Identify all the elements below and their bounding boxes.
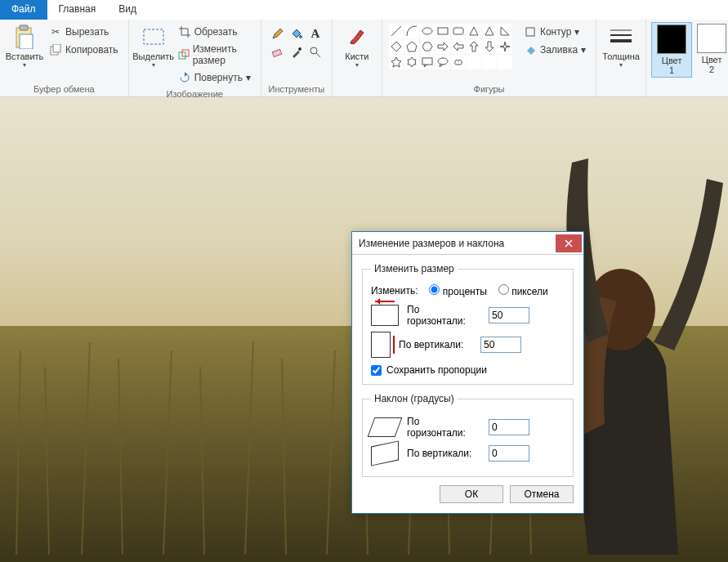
crop-icon [178,25,191,38]
skew-horizontal-icon [371,417,399,437]
tab-home[interactable]: Главная [47,0,108,20]
color-picker-tool[interactable] [288,44,305,60]
eraser-tool[interactable] [270,44,286,60]
shape-more[interactable] [498,55,512,69]
brush-icon [344,24,370,50]
shape-roundrect[interactable] [451,24,466,38]
shape-callout-oval[interactable] [435,55,450,69]
chevron-down-icon: ▾ [619,61,623,69]
cancel-button[interactable]: Отмена [510,485,574,503]
crop-button[interactable]: Обрезать [175,24,254,40]
color1-swatch [657,25,686,54]
radio-percent[interactable]: проценты [429,284,486,297]
group-image: Выделить ▾ Обрезать Изменить размер Пове… [129,20,261,96]
shape-rect[interactable] [435,24,450,38]
shape-oval[interactable] [420,24,435,38]
color1-button[interactable]: Цвет 1 [651,22,692,78]
skew-vertical-input[interactable] [489,445,529,462]
group-label-shapes: Фигуры [387,83,591,96]
shape-polygon[interactable] [467,24,481,38]
chevron-down-icon: ▾ [152,61,155,69]
resize-fieldset: Изменить размер Изменить: проценты пиксе… [362,263,574,385]
select-button[interactable]: Выделить ▾ [134,22,173,70]
dialog-titlebar[interactable]: Изменение размеров и наклона [352,232,583,255]
group-tools: A Инструменты [261,20,333,96]
color2-swatch [697,24,726,53]
shape-hexagon[interactable] [420,39,435,54]
shape-arrow-right[interactable] [435,39,450,54]
cut-button[interactable]: ✂ Вырезать [46,24,122,40]
brushes-button[interactable]: Кисти ▾ [337,22,377,70]
group-thickness: Толщина ▾ [596,20,646,96]
svg-rect-5 [144,29,163,44]
scissors-icon: ✂ [49,25,62,38]
color2-button[interactable]: Цвет 2 [692,22,728,76]
skew-horizontal-input[interactable] [489,419,529,435]
resize-horizontal-input[interactable] [489,307,529,323]
svg-rect-9 [272,49,281,56]
shape-triangle[interactable] [482,24,497,38]
resize-icon [178,48,190,61]
shape-callout-rect[interactable] [420,55,435,69]
shape-diamond[interactable] [389,39,404,54]
canvas-area[interactable]: Изменение размеров и наклона Изменить ра… [0,97,728,562]
tab-bar: Файл Главная Вид [0,0,728,20]
svg-point-11 [310,47,317,54]
svg-point-10 [298,47,301,51]
dialog-title: Изменение размеров и наклона [359,238,504,249]
radio-pixels[interactable]: пиксели [498,284,548,297]
svg-rect-2 [20,34,33,49]
chevron-down-icon: ▾ [246,72,251,83]
shape-curve[interactable] [404,24,419,38]
shape-line[interactable] [389,24,404,38]
svg-rect-17 [526,28,534,36]
shape-pentagon[interactable] [404,39,419,54]
resize-skew-dialog: Изменение размеров и наклона Изменить ра… [351,231,584,514]
close-button[interactable] [556,234,582,252]
pencil-tool[interactable] [270,25,286,42]
keep-ratio-checkbox[interactable] [371,365,382,376]
copy-button[interactable]: Копировать [46,42,122,58]
skew-fieldset: Наклон (градусы) По горизонтали: По верт… [362,393,574,477]
svg-rect-4 [53,44,60,52]
svg-rect-13 [438,28,448,34]
fill-tool[interactable] [288,25,305,42]
group-clipboard: Вставить ▾ ✂ Вырезать Копировать Буфер о… [0,20,129,96]
paste-button[interactable]: Вставить ▾ [5,22,44,70]
shape-right-triangle[interactable] [498,24,512,38]
shape-arrow-left[interactable] [451,39,466,54]
thickness-button[interactable]: Толщина ▾ [601,22,641,70]
shape-star6[interactable] [404,55,419,69]
resize-button[interactable]: Изменить размер [175,42,254,68]
ok-button[interactable]: ОК [440,485,503,503]
shape-callout-cloud[interactable] [451,55,466,69]
shape-heart[interactable] [467,55,481,69]
group-label-tools: Инструменты [266,83,327,96]
copy-icon [49,43,62,56]
shape-lightning[interactable] [482,55,497,69]
text-tool[interactable]: A [307,25,324,42]
shape-arrow-up[interactable] [467,39,481,54]
rotate-button[interactable]: Повернуть ▾ [175,69,254,86]
shape-star4[interactable] [498,39,512,54]
close-icon [565,239,573,248]
shape-outline-button[interactable]: Контур▾ [520,24,589,40]
shape-arrow-down[interactable] [482,39,497,54]
tab-view[interactable]: Вид [107,0,148,20]
ribbon: Вставить ▾ ✂ Вырезать Копировать Буфер о… [0,20,728,97]
fill-icon [524,43,537,56]
shapes-gallery[interactable] [387,22,514,71]
thickness-icon [608,24,634,50]
resize-vertical-input[interactable] [480,337,521,353]
group-colors: Цвет 1 Цвет 2 [646,20,728,96]
chevron-down-icon: ▾ [355,61,359,69]
shape-fill-button[interactable]: Заливка▾ [520,42,589,58]
shape-star5[interactable] [389,55,404,69]
svg-point-16 [438,58,448,65]
tab-file[interactable]: Файл [0,0,47,20]
horizontal-icon [371,305,399,326]
svg-rect-14 [453,28,463,34]
magnifier-tool[interactable] [307,44,324,60]
select-rect-icon [141,24,167,50]
svg-point-8 [299,35,302,38]
